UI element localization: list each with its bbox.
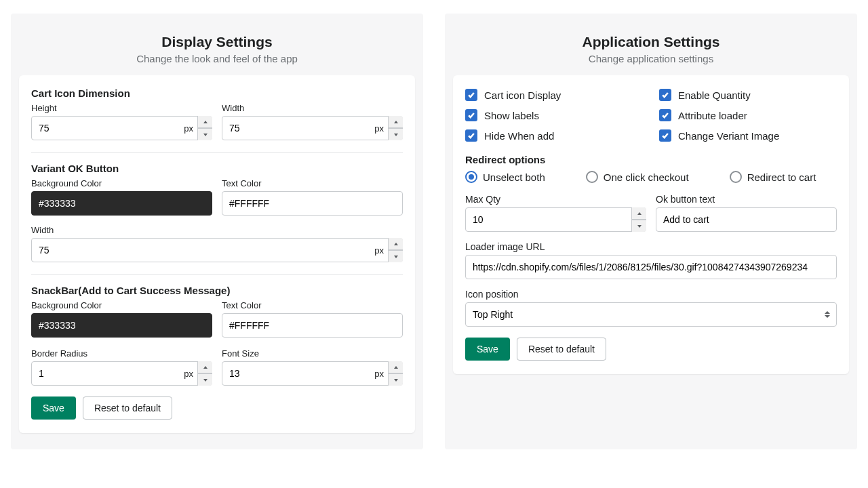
step-down-button[interactable] <box>198 373 212 386</box>
chevron-up-icon <box>394 243 398 245</box>
chevron-down-icon <box>394 134 398 136</box>
display-card: Cart Icon Dimension Height px Width <box>19 75 415 433</box>
reset-button[interactable]: Reset to default <box>517 338 606 361</box>
snackbar-font-label: Font Size <box>222 348 403 359</box>
checkbox-label: Enable Quantity <box>678 89 751 101</box>
snackbar-radius-label: Border Radius <box>31 348 212 359</box>
display-title: Display Settings <box>19 34 415 50</box>
variant-bg-label: Background Color <box>31 178 212 188</box>
app-card: Cart icon Display Enable Quantity Show l… <box>453 75 849 374</box>
chevron-up-icon <box>637 212 642 215</box>
variant-width-input[interactable] <box>31 238 403 262</box>
reset-button[interactable]: Reset to default <box>83 396 172 420</box>
step-up-button[interactable] <box>389 361 403 373</box>
chevron-up-icon <box>203 366 208 369</box>
variant-text-input[interactable] <box>222 191 403 216</box>
max-qty-input[interactable] <box>465 207 646 232</box>
step-up-button[interactable] <box>389 116 403 128</box>
snackbar-font-input[interactable] <box>222 361 403 386</box>
display-settings-panel: Display Settings Change the look and fee… <box>11 14 423 449</box>
checkbox-enable-quantity[interactable]: Enable Quantity <box>659 89 837 101</box>
checkbox-label: Attribute loader <box>678 110 747 121</box>
chevron-up-icon <box>203 121 208 123</box>
variant-ok-title: Variant OK Button <box>31 163 403 174</box>
max-qty-label: Max Qty <box>465 194 646 205</box>
snackbar-text-input[interactable] <box>222 313 403 338</box>
checkbox-label: Change Veriant Image <box>678 130 779 142</box>
loader-url-input[interactable] <box>465 255 837 279</box>
checkbox-label: Show labels <box>484 110 539 121</box>
step-down-button[interactable] <box>632 220 646 232</box>
step-up-button[interactable] <box>198 116 212 128</box>
cart-icon-width-label: Width <box>222 103 403 113</box>
step-down-button[interactable] <box>389 250 403 262</box>
variant-text-label: Text Color <box>222 178 403 188</box>
icon-position-select[interactable] <box>465 302 837 327</box>
checkbox-checked-icon <box>465 89 477 101</box>
step-up-button[interactable] <box>198 361 212 373</box>
chevron-down-icon <box>394 379 398 382</box>
chevron-up-icon <box>394 121 398 123</box>
radio-unselected-icon <box>730 171 742 183</box>
step-up-button[interactable] <box>632 207 646 220</box>
cart-icon-height-label: Height <box>31 103 212 113</box>
cart-icon-width-input[interactable] <box>222 116 403 140</box>
cart-icon-title: Cart Icon Dimension <box>31 87 403 99</box>
checkbox-attribute-loader[interactable]: Attribute loader <box>659 109 837 121</box>
checkbox-label: Hide When add <box>484 130 554 142</box>
radio-redirect-to-cart[interactable]: Redirect to cart <box>730 171 816 183</box>
snackbar-radius-input[interactable] <box>31 361 212 386</box>
snackbar-bg-label: Background Color <box>31 300 212 310</box>
radio-label: Unselect both <box>483 171 545 183</box>
app-subtitle: Change application settings <box>453 53 849 64</box>
radio-one-click-checkout[interactable]: One click checkout <box>586 171 689 183</box>
redirect-title: Redirect options <box>465 154 837 165</box>
chevron-down-icon <box>637 225 642 228</box>
checkbox-checked-icon <box>659 89 671 101</box>
checkbox-hide-when-add[interactable]: Hide When add <box>465 129 643 142</box>
checkbox-change-variant-image[interactable]: Change Veriant Image <box>659 129 837 142</box>
snackbar-title: SnackBar(Add to Cart Success Message) <box>31 285 403 296</box>
chevron-down-icon <box>203 379 208 382</box>
checkbox-checked-icon <box>465 129 477 142</box>
checkbox-checked-icon <box>465 109 477 121</box>
ok-text-input[interactable] <box>656 207 837 232</box>
radio-unselected-icon <box>586 171 598 183</box>
snackbar-text-label: Text Color <box>222 300 403 310</box>
application-settings-panel: Application Settings Change application … <box>445 14 857 449</box>
checkbox-checked-icon <box>659 109 671 121</box>
chevron-up-icon <box>394 366 398 369</box>
chevron-down-icon <box>203 134 208 136</box>
radio-label: Redirect to cart <box>747 171 816 183</box>
radio-selected-icon <box>465 171 477 183</box>
variant-width-label: Width <box>31 225 403 235</box>
display-subtitle: Change the look and feel of the app <box>19 53 415 64</box>
ok-text-label: Ok button text <box>656 194 837 205</box>
app-title: Application Settings <box>453 34 849 50</box>
loader-url-label: Loader image URL <box>465 241 837 252</box>
step-down-button[interactable] <box>389 373 403 386</box>
checkbox-show-labels[interactable]: Show labels <box>465 109 643 121</box>
checkbox-cart-icon-display[interactable]: Cart icon Display <box>465 89 643 101</box>
checkbox-checked-icon <box>659 129 671 142</box>
radio-label: One click checkout <box>604 171 689 183</box>
step-up-button[interactable] <box>389 238 403 250</box>
icon-position-label: Icon position <box>465 289 837 300</box>
save-button[interactable]: Save <box>31 396 76 420</box>
variant-bg-input[interactable] <box>31 191 212 216</box>
step-down-button[interactable] <box>389 128 403 140</box>
chevron-down-icon <box>394 256 398 258</box>
step-down-button[interactable] <box>198 128 212 140</box>
snackbar-bg-input[interactable] <box>31 313 212 338</box>
radio-unselect-both[interactable]: Unselect both <box>465 171 545 183</box>
save-button[interactable]: Save <box>465 338 510 361</box>
cart-icon-height-input[interactable] <box>31 116 212 140</box>
checkbox-label: Cart icon Display <box>484 89 561 101</box>
